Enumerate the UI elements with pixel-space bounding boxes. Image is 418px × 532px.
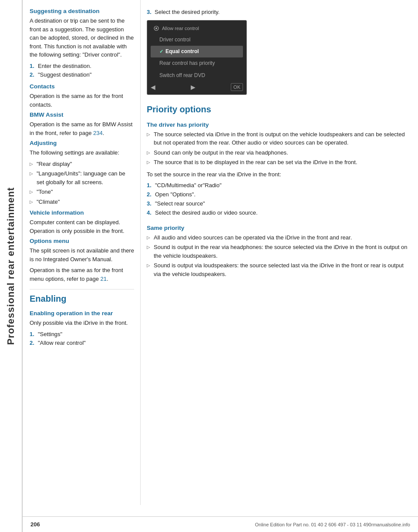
body-adjusting: The following settings are available: [30, 148, 134, 157]
driver-step-1: 1. "CD/Multimedia" or"Radio" [147, 181, 410, 190]
bullet-same-1: All audio and video sources can be opera… [147, 233, 410, 242]
body-contacts: Operation is the same as for the front c… [30, 92, 134, 109]
left-column: Suggesting a destination A destination o… [23, 0, 140, 505]
driver-step-2: 2. Open "Options". [147, 190, 410, 199]
section-options-menu: Options menu The split screen is not ava… [30, 238, 134, 283]
ok-button: OK [231, 83, 243, 91]
bullet-driver-3: The source that is to be displayed in th… [147, 158, 410, 167]
bullet-climate: "Climate" [30, 198, 134, 206]
heading-options-menu: Options menu [30, 238, 134, 244]
bullet-same-2: Sound is output in the rear via headphon… [147, 243, 410, 260]
body-enabling: Only possible via the iDrive in the fron… [30, 319, 134, 327]
screen-item-equal-control: ✓ Equal control [151, 46, 243, 57]
svg-point-1 [155, 27, 157, 29]
page-footer: 206 Online Edition for Part no. 01 40 2 … [23, 516, 418, 532]
screen-item-driver-control: Driver control [151, 34, 243, 46]
screen-item-rear-priority: Rear control has priority [151, 57, 243, 69]
footer-text: Online Edition for Part no. 01 40 2 606 … [255, 522, 410, 527]
gear-icon [153, 25, 159, 31]
right-column: 3. Select the desired priority. Allow re… [140, 0, 418, 505]
right-arrow-icon: ▶ [191, 84, 196, 91]
heading-enabling: Enabling [30, 294, 134, 304]
body-options-menu-2: Operation is the same as for the front m… [30, 266, 134, 283]
step-1: 1. Enter the destination. [30, 62, 134, 71]
section-enabling: Enabling Enabling operation in the rear … [30, 294, 134, 348]
section-suggesting-destination: Suggesting a destination A destination o… [30, 8, 134, 80]
bullets-adjusting: "Rear display" "Language/Units": languag… [30, 160, 134, 206]
heading-driver-priority: The driver has priority [147, 121, 410, 128]
sidebar-label: Professional rear entertainment [5, 187, 17, 345]
driver-step-3: 3. "Select rear source" [147, 199, 410, 209]
bullet-driver-2: Sound can only be output in the rear via… [147, 148, 410, 157]
main-content: Suggesting a destination A destination o… [23, 0, 418, 505]
section-divider [30, 289, 134, 290]
step-2: 2. "Suggest destination" [30, 71, 134, 80]
section-adjusting: Adjusting The following settings are ava… [30, 140, 134, 206]
bullet-language: "Language/Units": language can be set gl… [30, 169, 134, 186]
page-number: 206 [30, 521, 40, 528]
steps-driver-priority: 1. "CD/Multimedia" or"Radio" 2. Open "Op… [147, 181, 410, 217]
heading-vehicle-info: Vehicle information [30, 209, 134, 216]
screen-header: Allow rear control [151, 23, 243, 34]
section-bmw-assist: BMW Assist Operation is the same as for … [30, 111, 134, 137]
heading-same-priority: Same priority [147, 225, 410, 231]
bullet-tone: "Tone" [30, 188, 134, 196]
section-contacts: Contacts Operation is the same as for th… [30, 83, 134, 109]
enable-step-2: 2. "Allow rear control" [30, 339, 134, 348]
body-suggesting-destination: A destination or trip can be sent to the… [30, 17, 134, 59]
page-ref-21[interactable]: 21 [101, 276, 107, 282]
screen-item-switch-off: Switch off rear DVD [151, 70, 243, 81]
body-vehicle-info: Computer content can be displayed. Opera… [30, 218, 134, 235]
section-vehicle-info: Vehicle information Computer content can… [30, 209, 134, 235]
body-options-menu-1: The split screen is not available and th… [30, 246, 134, 263]
steps-enabling: 1. "Settings" 2. "Allow rear control" [30, 330, 134, 348]
bullets-driver-priority: The source selected via iDrive in the fr… [147, 130, 410, 167]
bullet-driver-1: The source selected via iDrive in the fr… [147, 130, 410, 147]
driver-step-4: 4. Select the desired audio or video sou… [147, 209, 410, 218]
bullet-same-3: Sound is output via loudspeakers: the so… [147, 261, 410, 278]
heading-priority-options: Priority options [147, 104, 410, 114]
heading-adjusting: Adjusting [30, 140, 134, 146]
screen-image: Allow rear control Driver control ✓ Equa… [147, 20, 247, 95]
sidebar: Professional rear entertainment [0, 0, 23, 532]
heading-suggesting-destination: Suggesting a destination [30, 8, 134, 14]
driver-para: To set the source in the rear via the iD… [147, 170, 410, 179]
body-bmw-assist: Operation is the same as for BMW Assist … [30, 120, 134, 137]
step3-intro: 3. Select the desired priority. [147, 8, 410, 17]
heading-contacts: Contacts [30, 83, 134, 90]
steps-suggesting-destination: 1. Enter the destination. 2. "Suggest de… [30, 62, 134, 80]
screen-nav: ◀ ▶ OK [151, 83, 243, 92]
enable-step-1: 1. "Settings" [30, 330, 134, 339]
heading-bmw-assist: BMW Assist [30, 111, 134, 118]
page-ref-234[interactable]: 234 [93, 130, 103, 136]
footer-brand: rmanualsoline.info [371, 522, 410, 527]
heading-enabling-rear: Enabling operation in the rear [30, 310, 134, 317]
left-arrow-icon: ◀ [151, 84, 155, 91]
bullets-same-priority: All audio and video sources can be opera… [147, 233, 410, 279]
bullet-rear-display: "Rear display" [30, 160, 134, 168]
